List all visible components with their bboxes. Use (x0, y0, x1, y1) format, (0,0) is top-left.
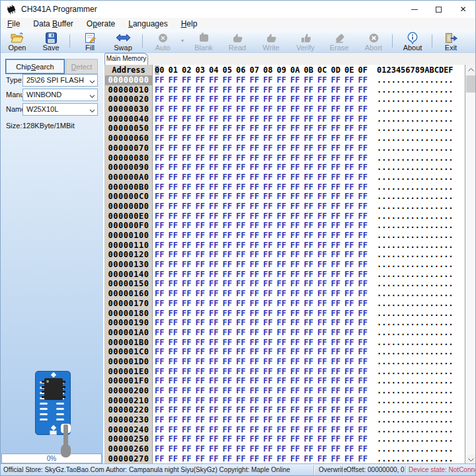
hex-byte[interactable]: FF (304, 114, 318, 124)
hex-byte[interactable]: FF (196, 114, 210, 124)
hex-byte[interactable]: FF (344, 231, 358, 241)
hex-byte[interactable]: FF (277, 289, 291, 299)
menu-data-buffer[interactable]: Data Buffer (26, 18, 80, 30)
hex-byte[interactable]: FF (304, 347, 318, 357)
maximize-button[interactable] (426, 1, 451, 18)
hex-byte[interactable]: FF (223, 260, 237, 270)
hex-byte[interactable]: FF (317, 202, 331, 212)
hex-byte[interactable]: FF (317, 114, 331, 124)
hex-byte[interactable]: FF (277, 192, 291, 202)
ascii-cell[interactable]: ................ (377, 241, 454, 251)
hex-byte[interactable]: FF (304, 434, 318, 444)
hex-byte[interactable]: FF (277, 75, 291, 85)
toolbar-exit-button[interactable]: Exit (436, 30, 466, 52)
hex-byte[interactable]: FF (344, 299, 358, 309)
hex-byte[interactable]: FF (358, 202, 372, 212)
hex-byte[interactable]: FF (344, 192, 358, 202)
hex-byte[interactable]: FF (290, 367, 304, 377)
hex-byte[interactable]: FF (236, 309, 250, 319)
hex-byte[interactable]: FF (182, 289, 196, 299)
hex-byte[interactable]: FF (182, 95, 196, 104)
hex-byte[interactable]: FF (344, 454, 358, 464)
hex-byte[interactable]: FF (358, 182, 372, 192)
hex-byte[interactable]: FF (209, 182, 223, 192)
hex-byte[interactable]: FF (331, 425, 345, 435)
ascii-cell[interactable]: ................ (377, 454, 454, 464)
hex-byte[interactable]: FF (277, 318, 291, 328)
hex-byte[interactable]: FF (236, 347, 250, 357)
hex-byte[interactable]: FF (290, 347, 304, 357)
hex-byte[interactable]: FF (182, 104, 196, 114)
hex-byte[interactable]: FF (263, 386, 277, 396)
hex-byte[interactable]: FF (223, 405, 237, 415)
hex-byte[interactable]: FF (169, 95, 182, 104)
hex-byte[interactable]: FF (277, 415, 291, 425)
hex-byte[interactable]: FF (250, 95, 264, 104)
hex-byte[interactable]: FF (236, 425, 250, 435)
hex-byte[interactable]: FF (155, 299, 169, 309)
hex-byte[interactable]: FF (236, 415, 250, 425)
hex-byte[interactable]: FF (196, 338, 210, 348)
hex-byte[interactable]: FF (250, 396, 264, 406)
hex-byte[interactable]: FF (317, 231, 331, 241)
hex-byte[interactable]: FF (304, 124, 318, 134)
hex-byte[interactable]: FF (196, 396, 210, 406)
hex-byte[interactable]: FF (155, 202, 169, 212)
hex-byte[interactable]: FF (223, 299, 237, 309)
ascii-cell[interactable]: ................ (377, 376, 454, 386)
hex-byte[interactable]: FF (182, 338, 196, 348)
hex-byte[interactable]: FF (236, 299, 250, 309)
hex-byte[interactable]: FF (182, 75, 196, 85)
hex-byte[interactable]: FF (263, 415, 277, 425)
hex-byte[interactable]: FF (263, 318, 277, 328)
hex-byte[interactable]: FF (317, 289, 331, 299)
hex-byte[interactable]: FF (182, 279, 196, 289)
ascii-cell[interactable]: ................ (377, 221, 454, 231)
hex-byte[interactable]: FF (344, 434, 358, 444)
hex-byte[interactable]: FF (169, 454, 182, 464)
hex-byte[interactable]: FF (182, 376, 196, 386)
hex-byte[interactable]: FF (169, 328, 182, 338)
hex-byte[interactable]: FF (250, 75, 264, 85)
hex-byte[interactable]: FF (263, 124, 277, 134)
hex-byte[interactable]: FF (263, 250, 277, 260)
ascii-cell[interactable]: ................ (377, 202, 454, 212)
hex-byte[interactable]: FF (236, 328, 250, 338)
hex-byte[interactable]: FF (290, 396, 304, 406)
hex-byte[interactable]: FF (263, 75, 277, 85)
hex-byte[interactable]: FF (250, 231, 264, 241)
hex-byte[interactable]: FF (263, 357, 277, 367)
hex-byte[interactable]: FF (277, 104, 291, 114)
hex-byte[interactable]: FF (317, 386, 331, 396)
hex-byte[interactable]: FF (196, 454, 210, 464)
toolbar-swap-button[interactable]: Swap (108, 30, 138, 52)
hex-byte[interactable]: FF (344, 114, 358, 124)
hex-byte[interactable]: FF (290, 415, 304, 425)
scrollbar-thumb[interactable] (466, 75, 476, 93)
hex-byte[interactable]: FF (250, 279, 264, 289)
hex-byte[interactable]: FF (209, 241, 223, 251)
hex-byte[interactable]: FF (277, 260, 291, 270)
hex-byte[interactable]: FF (250, 347, 264, 357)
hex-byte[interactable]: FF (250, 202, 264, 212)
hex-byte[interactable]: FF (331, 163, 345, 173)
hex-byte[interactable]: FF (182, 425, 196, 435)
ascii-cell[interactable]: ................ (377, 143, 454, 153)
hex-byte[interactable]: FF (317, 434, 331, 444)
ascii-cell[interactable]: ................ (377, 386, 454, 396)
hex-byte[interactable]: FF (182, 444, 196, 454)
hex-byte[interactable]: FF (304, 182, 318, 192)
hex-byte[interactable]: FF (277, 182, 291, 192)
hex-byte[interactable]: FF (331, 231, 345, 241)
hex-byte[interactable]: FF (358, 328, 372, 338)
hex-byte[interactable]: FF (358, 153, 372, 163)
hex-byte[interactable]: FF (277, 338, 291, 348)
hex-byte[interactable]: FF (155, 143, 169, 153)
ascii-cell[interactable]: ................ (377, 104, 454, 114)
hex-byte[interactable]: FF (196, 75, 210, 85)
hex-byte[interactable]: FF (317, 396, 331, 406)
hex-byte[interactable]: FF (317, 318, 331, 328)
hex-byte[interactable]: FF (290, 328, 304, 338)
hex-byte[interactable]: FF (223, 212, 237, 221)
hex-byte[interactable]: FF (290, 289, 304, 299)
